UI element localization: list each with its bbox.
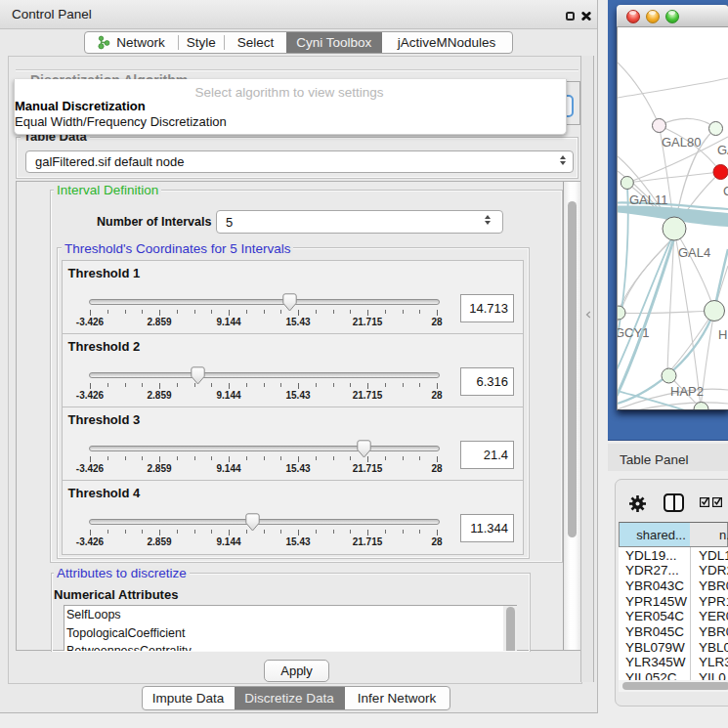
svg-text:HAP2: HAP2 — [670, 384, 704, 399]
svg-text:GAL4: GAL4 — [678, 245, 710, 260]
svg-text:H: H — [718, 327, 727, 342]
svg-text:GAL11: GAL11 — [629, 193, 668, 207]
svg-text:GA: GA — [717, 143, 728, 157]
svg-text:GCY1: GCY1 — [618, 325, 649, 340]
svg-text:C: C — [723, 184, 728, 198]
svg-text:GAL80: GAL80 — [662, 135, 701, 150]
